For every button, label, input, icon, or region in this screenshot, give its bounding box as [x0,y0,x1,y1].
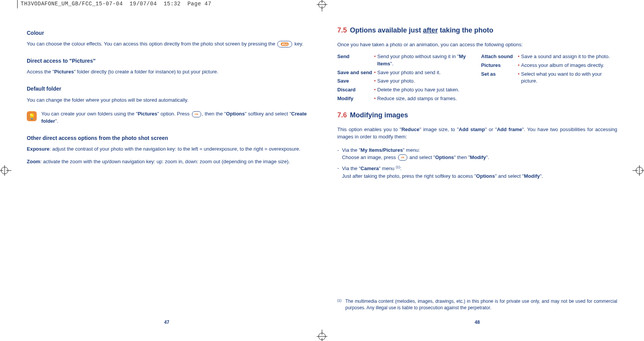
option-description: Access your album of images directly. [521,62,617,69]
option-row: Modify•Reduce size, add stamps or frames… [337,95,473,102]
option-description: Send your photo without saving it in "My… [377,53,473,68]
key-ok-icon: ok [192,111,201,117]
print-page-label: Page 47 [187,0,211,8]
option-label: Save [337,78,374,85]
page-number-right: 48 [337,312,617,326]
print-filename: TH3VODAFONE_UM_GB/FCC_15-07-04 [21,0,123,8]
key-fun-icon: ■fun [277,41,292,47]
option-description: Delete the photo you have just taken. [377,86,473,94]
options-column-right: Attach sound•Save a sound and assign it … [481,53,617,104]
option-label: Save and send [337,69,374,76]
para-direct-access: Access the "Pictures" folder directly (t… [27,68,307,76]
option-label: Attach sound [481,53,518,60]
crop-mark-left-icon [0,164,11,177]
options-grid: Send•Send your photo without saving it i… [337,53,617,104]
method-camera: - Via the "Camera" menu (1): Just after … [337,165,617,180]
para-default-folder: You can change the folder where your pho… [27,97,307,104]
option-row: Save and send•Save your photo and send i… [337,69,473,76]
lightbulb-icon: 💡 [27,111,37,121]
heading-other-access: Other direct access options from the pho… [27,134,307,142]
tip-text: You can create your own folders using th… [41,110,307,125]
bullet-icon: • [374,95,376,102]
option-description: Save your photo. [377,78,473,85]
heading-default-folder: Default folder [27,85,307,93]
page-number-left: 47 [27,312,307,326]
bullet-icon: • [374,78,376,85]
option-description: Select what you want to do with your pic… [521,71,617,85]
method-my-items: - Via the "My Items/Pictures" menu: Choo… [337,147,617,161]
para-exposure: Exposure: adjust the contrast of your ph… [27,146,307,153]
crop-mark-right-icon [633,164,644,177]
method-list: - Via the "My Items/Pictures" menu: Choo… [337,147,617,184]
heading-colour: Colour [27,29,307,37]
option-description: Save your photo and send it. [377,69,473,76]
bullet-icon: • [374,86,376,94]
heading-7-5: 7.5Options available just after taking t… [337,25,617,35]
print-date: 19/07/04 [130,0,157,8]
option-description: Reduce size, add stamps or frames. [377,95,473,102]
option-description: Save a sound and assign it to the photo. [521,53,617,60]
option-label: Pictures [481,62,518,69]
crop-mark-top-icon [315,0,329,11]
bullet-icon: • [518,62,520,69]
option-row: Send•Send your photo without saving it i… [337,53,473,68]
footnote-1: (1) The multimedia content (melodies, im… [337,292,617,312]
print-time: 15:32 [164,0,181,8]
bullet-icon: • [374,69,376,76]
option-row: Pictures•Access your album of images dir… [481,62,617,69]
bullet-icon: • [518,53,520,60]
option-label: Send [337,53,374,60]
option-row: Save•Save your photo. [337,78,473,85]
para-colour: You can choose the colour effects. You c… [27,41,307,48]
page-47: Colour You can choose the colour effects… [27,24,307,326]
option-row: Set as•Select what you want to do with y… [481,71,617,85]
heading-7-6: 7.6Modifying images [337,110,617,120]
option-label: Modify [337,95,374,102]
option-label: Discard [337,86,374,94]
page-48: 7.5Options available just after taking t… [337,24,617,326]
para-76-intro: This option enables you to "Reduce" imag… [337,126,617,141]
tip-create-folder: 💡 You can create your own folders using … [27,110,307,125]
key-ok-icon: ok [398,154,407,161]
option-row: Attach sound•Save a sound and assign it … [481,53,617,60]
heading-direct-access: Direct access to "Pictures" [27,57,307,65]
option-row: Discard•Delete the photo you have just t… [337,86,473,94]
options-column-left: Send•Send your photo without saving it i… [337,53,473,104]
para-zoom: Zoom: activate the zoom with the up/down… [27,158,307,166]
option-label: Set as [481,71,518,78]
bullet-icon: • [518,71,520,78]
para-75-intro: Once you have taken a photo or an animat… [337,41,617,49]
bullet-icon: • [374,53,376,60]
crop-mark-bottom-icon [315,330,329,341]
